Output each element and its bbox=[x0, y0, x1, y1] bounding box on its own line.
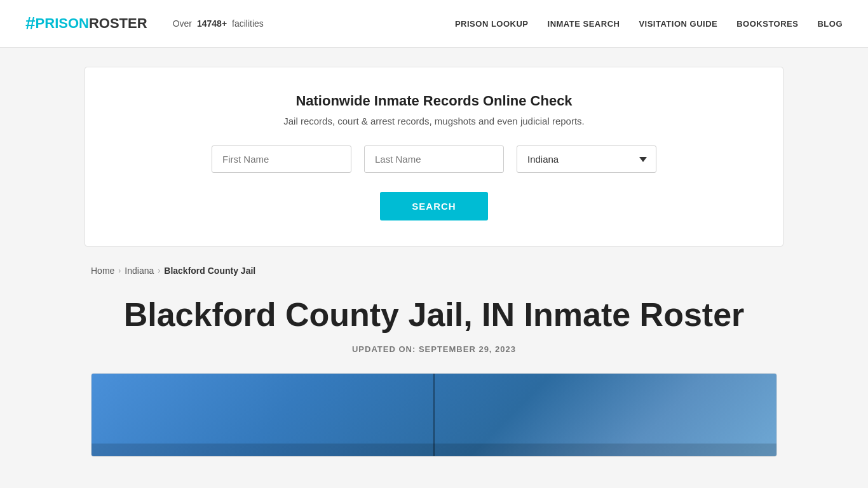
nav-link-inmate-search[interactable]: INMATE SEARCH bbox=[548, 19, 620, 29]
main-content: Blackford County Jail, IN Inmate Roster … bbox=[85, 295, 783, 457]
facilities-number: 14748+ bbox=[197, 18, 227, 29]
facilities-count: Over 14748+ facilities bbox=[173, 18, 264, 29]
page-title: Blackford County Jail, IN Inmate Roster bbox=[91, 295, 777, 334]
breadcrumb-home[interactable]: Home bbox=[91, 266, 114, 276]
nav-link-prison-lookup[interactable]: PRISON LOOKUP bbox=[455, 19, 529, 29]
logo-roster: ROSTER bbox=[89, 15, 147, 32]
search-button-row: SEARCH bbox=[123, 192, 745, 220]
logo[interactable]: # PRISON ROSTER bbox=[25, 13, 147, 34]
nav-link-blog[interactable]: BLOG bbox=[817, 19, 843, 29]
breadcrumb-indiana[interactable]: Indiana bbox=[125, 266, 154, 276]
logo-prison: PRISON bbox=[36, 15, 89, 32]
search-panel-subtitle: Jail records, court & arrest records, mu… bbox=[123, 116, 745, 126]
facility-image bbox=[92, 374, 776, 456]
last-name-input[interactable] bbox=[364, 146, 504, 173]
search-panel-title: Nationwide Inmate Records Online Check bbox=[123, 93, 745, 109]
facilities-suffix: facilities bbox=[232, 18, 264, 29]
nav-links: PRISON LOOKUP INMATE SEARCH VISITATION G… bbox=[455, 18, 843, 29]
breadcrumb-current: Blackford County Jail bbox=[164, 266, 255, 276]
chevron-icon-2: › bbox=[158, 266, 160, 275]
state-select[interactable]: Indiana bbox=[517, 146, 656, 173]
header-left: # PRISON ROSTER Over 14748+ facilities bbox=[25, 13, 264, 34]
search-button[interactable]: SEARCH bbox=[380, 192, 487, 220]
search-form: Indiana SEARCH bbox=[123, 146, 745, 220]
main-nav: PRISON LOOKUP INMATE SEARCH VISITATION G… bbox=[455, 18, 843, 29]
nav-link-bookstores[interactable]: BOOKSTORES bbox=[736, 19, 798, 29]
search-panel: Nationwide Inmate Records Online Check J… bbox=[85, 67, 783, 247]
updated-on: UPDATED ON: SEPTEMBER 29, 2023 bbox=[91, 344, 777, 354]
site-header: # PRISON ROSTER Over 14748+ facilities P… bbox=[0, 0, 868, 48]
chevron-icon-1: › bbox=[118, 266, 121, 275]
breadcrumb: Home › Indiana › Blackford County Jail bbox=[85, 266, 783, 276]
nav-item-blog[interactable]: BLOG bbox=[817, 18, 843, 29]
nav-item-bookstores[interactable]: BOOKSTORES bbox=[736, 18, 798, 29]
facilities-text: Over bbox=[173, 18, 192, 29]
nav-item-prison-lookup[interactable]: PRISON LOOKUP bbox=[455, 18, 529, 29]
facility-image-container bbox=[91, 373, 777, 457]
nav-link-visitation-guide[interactable]: VISITATION GUIDE bbox=[639, 19, 717, 29]
nav-item-inmate-search[interactable]: INMATE SEARCH bbox=[548, 18, 620, 29]
logo-hash: # bbox=[25, 13, 36, 34]
nav-item-visitation-guide[interactable]: VISITATION GUIDE bbox=[639, 18, 717, 29]
first-name-input[interactable] bbox=[212, 146, 351, 173]
